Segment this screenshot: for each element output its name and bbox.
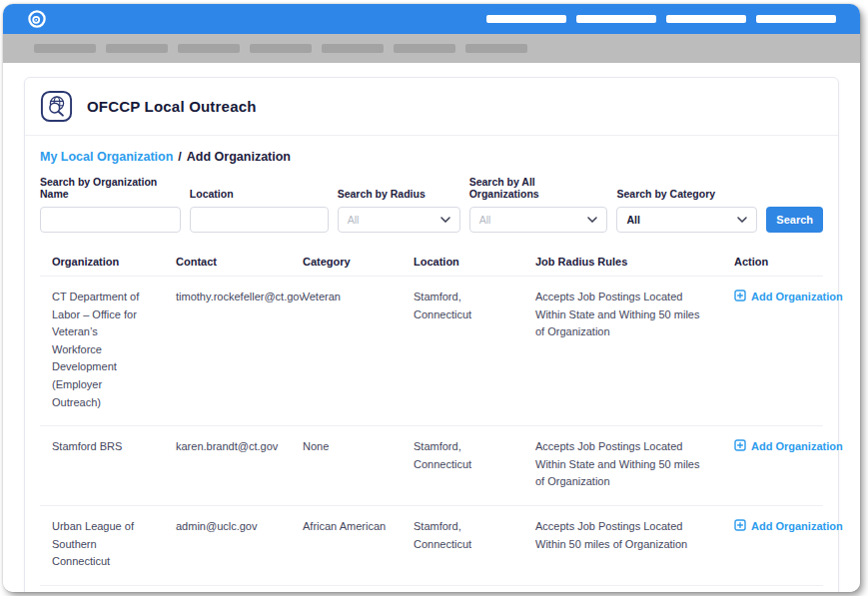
create-organization-helper: Can’t find the organization you are look…: [25, 586, 838, 592]
card-header: OFCCP Local Outreach: [25, 78, 838, 136]
filter-label: Search by All Organizations: [469, 176, 608, 200]
cell-location: Stamford, Connecticut: [402, 426, 523, 505]
cell-job-radius-rules: Accepts Job Postings Located Within Stat…: [523, 277, 722, 425]
secondary-navigation-bar: [3, 34, 860, 63]
breadcrumb: My Local Organization/Add Organization: [25, 136, 838, 166]
filter-radius: Search by Radius All: [338, 188, 460, 233]
nav-item-placeholder[interactable]: [106, 44, 168, 53]
add-organization-label: Add Organization: [751, 518, 843, 536]
main-content: OFCCP Local Outreach My Local Organizati…: [3, 63, 860, 592]
column-header-action: Action: [722, 247, 823, 276]
table-row: Stamford BRS karen.brandt@ct.gov None St…: [40, 426, 823, 506]
screenshot-stage: OFCCP Local Outreach My Local Organizati…: [0, 0, 868, 596]
filter-label: Search by Organization Name: [40, 176, 181, 200]
search-button[interactable]: Search: [766, 207, 823, 233]
cell-organization: Stamford BRS: [40, 426, 164, 505]
plus-square-icon: [734, 439, 746, 451]
radius-select-value: All: [348, 214, 360, 226]
column-header-location: Location: [402, 247, 523, 276]
filter-all-organizations: Search by All Organizations All: [469, 176, 608, 233]
add-organization-button[interactable]: Add Organization: [734, 438, 843, 456]
top-menu: [486, 15, 836, 23]
all-organizations-select[interactable]: All: [469, 207, 608, 233]
globe-search-icon: [39, 89, 74, 124]
nav-item-placeholder[interactable]: [322, 44, 384, 53]
plus-square-icon: [734, 519, 746, 531]
location-input[interactable]: [190, 207, 329, 233]
nav-item-placeholder[interactable]: [34, 44, 96, 53]
table-row: Urban League of Southern Connecticut adm…: [40, 506, 823, 586]
cell-contact: admin@uclc.gov: [164, 506, 291, 585]
nav-item-placeholder[interactable]: [178, 44, 240, 53]
all-organizations-select-value: All: [479, 214, 491, 226]
category-select[interactable]: All: [616, 207, 757, 233]
organization-name-input[interactable]: [40, 207, 181, 233]
column-header-contact: Contact: [164, 247, 291, 276]
cell-category: African American: [291, 506, 402, 585]
table-row: CT Department of Labor – Office for Vete…: [40, 277, 823, 426]
organizations-table: Organization Contact Category Location J…: [40, 247, 823, 586]
filter-label: Search by Radius: [338, 188, 460, 200]
add-organization-label: Add Organization: [751, 289, 843, 306]
page-title: OFCCP Local Outreach: [87, 98, 257, 115]
filter-category: Search by Category All: [616, 188, 757, 233]
menu-item-placeholder[interactable]: [486, 15, 566, 23]
nav-item-placeholder[interactable]: [394, 44, 455, 53]
column-header-job-radius-rules: Job Radius Rules: [523, 247, 722, 276]
chevron-down-icon: [737, 217, 747, 223]
menu-item-placeholder[interactable]: [756, 15, 836, 23]
column-header-organization: Organization: [40, 247, 164, 276]
jobtarget-logo-icon[interactable]: [27, 9, 47, 29]
add-organization-button[interactable]: Add Organization: [734, 518, 843, 536]
add-organization-button[interactable]: Add Organization: [734, 289, 843, 306]
filter-label: Search by Category: [616, 188, 757, 200]
nav-item-placeholder[interactable]: [465, 44, 527, 53]
nav-item-placeholder[interactable]: [250, 44, 312, 53]
chevron-down-icon: [440, 217, 450, 223]
menu-item-placeholder[interactable]: [576, 15, 656, 23]
cell-organization: CT Department of Labor – Office for Vete…: [40, 277, 164, 425]
cell-contact: karen.brandt@ct.gov: [164, 426, 291, 505]
cell-job-radius-rules: Accepts Job Postings Located Within Stat…: [523, 426, 722, 505]
breadcrumb-separator: /: [178, 150, 181, 164]
plus-square-icon: [734, 290, 746, 301]
top-navigation-bar: [3, 4, 860, 34]
cell-job-radius-rules: Accepts Job Postings Located Within 50 m…: [523, 506, 722, 585]
cell-organization: Urban League of Southern Connecticut: [40, 506, 164, 585]
cell-category: None: [291, 426, 402, 505]
radius-select[interactable]: All: [338, 207, 460, 233]
search-filters: Search by Organization Name Location Sea…: [25, 166, 838, 247]
filter-location: Location: [190, 188, 329, 233]
add-organization-label: Add Organization: [751, 438, 843, 456]
outreach-card: OFCCP Local Outreach My Local Organizati…: [24, 77, 839, 592]
filter-label: Location: [190, 188, 329, 200]
breadcrumb-my-local-organization[interactable]: My Local Organization: [40, 150, 173, 164]
cell-category: Veteran: [291, 277, 402, 425]
cell-location: Stamford, Connecticut: [402, 277, 523, 425]
column-header-category: Category: [291, 247, 402, 276]
chevron-down-icon: [587, 217, 597, 223]
cell-location: Stamford, Connecticut: [402, 506, 523, 585]
app-window: OFCCP Local Outreach My Local Organizati…: [3, 4, 860, 592]
category-select-value: All: [626, 214, 639, 226]
breadcrumb-current: Add Organization: [187, 150, 291, 164]
menu-item-placeholder[interactable]: [666, 15, 746, 23]
table-header: Organization Contact Category Location J…: [40, 247, 823, 277]
filter-organization-name: Search by Organization Name: [40, 176, 181, 233]
cell-contact: timothy.rockefeller@ct.gov: [164, 277, 291, 425]
